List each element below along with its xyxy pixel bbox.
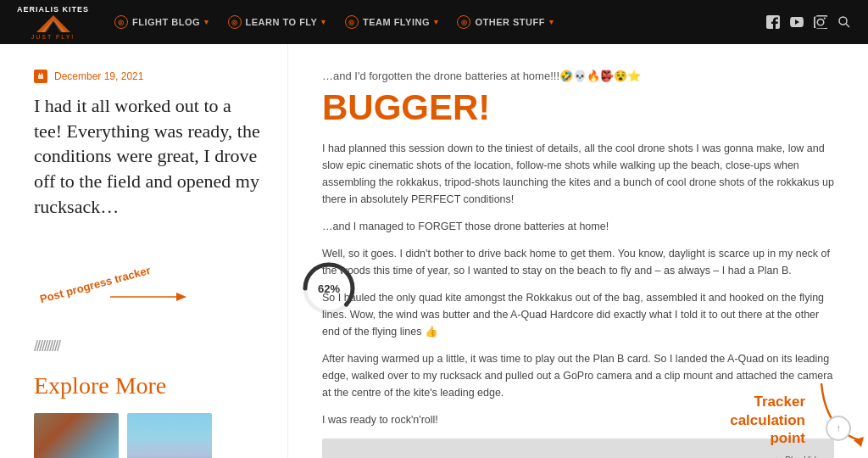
instagram-icon[interactable] xyxy=(814,15,827,29)
logo-top-text: AERIALIS KITES xyxy=(17,5,89,14)
svg-rect-7 xyxy=(42,73,42,75)
post-excerpt: I had it all worked out to a tee! Everyt… xyxy=(34,93,262,219)
calendar-icon xyxy=(34,70,47,83)
article-content: …and I'd forgotten the drone batteries a… xyxy=(288,44,868,458)
divider: ////////// xyxy=(34,338,262,355)
tracker-arrow xyxy=(110,288,186,305)
flight-blog-arrow: ▾ xyxy=(204,18,209,26)
explore-image-1[interactable] xyxy=(34,413,119,458)
nav-flight-blog[interactable]: ◎ FLIGHT BLOG ▾ xyxy=(106,10,218,34)
svg-line-3 xyxy=(846,24,849,27)
social-links xyxy=(766,15,851,29)
left-sidebar: December 19, 2021 I had it all worked ou… xyxy=(0,44,288,458)
nav-learn-to-fly[interactable]: ◎ LEARN TO FLY ▾ xyxy=(220,10,335,34)
navigation: AERIALIS KITES JUST FLY! ◎ FLIGHT BLOG ▾… xyxy=(0,0,868,44)
tracker-annotation-text: Trackercalculationpoint xyxy=(730,393,805,447)
team-flying-arrow: ▾ xyxy=(434,18,439,26)
progress-tracker-container: Post progress tracker 62% xyxy=(34,244,262,321)
team-flying-icon: ◎ xyxy=(345,15,359,29)
svg-point-2 xyxy=(839,17,847,25)
article-para-4: So I hauled the only quad kite amongst t… xyxy=(322,289,834,340)
learn-fly-icon: ◎ xyxy=(228,15,242,29)
other-stuff-arrow: ▾ xyxy=(549,18,554,26)
video-text: ▶ Play Video xyxy=(776,455,826,459)
logo-sub-text: JUST FLY! xyxy=(31,34,75,40)
site-logo[interactable]: AERIALIS KITES JUST FLY! xyxy=(17,5,89,40)
scroll-to-top-button[interactable]: ↑ xyxy=(826,416,851,441)
other-stuff-icon: ◎ xyxy=(457,15,470,29)
article-para-1: I had planned this session down to the t… xyxy=(322,140,834,208)
article-para-2: …and I managed to FORGET those drone bat… xyxy=(322,218,834,235)
svg-marker-0 xyxy=(36,15,70,32)
article-intro: …and I'd forgotten the drone batteries a… xyxy=(322,70,834,82)
explore-images xyxy=(34,413,262,458)
explore-more-title: Explore More xyxy=(34,372,262,399)
article-title: BUGGER! xyxy=(322,87,834,128)
youtube-icon[interactable] xyxy=(790,17,804,27)
nav-other-stuff[interactable]: ◎ OTHER STUFF ▾ xyxy=(448,10,562,34)
nav-menu: ◎ FLIGHT BLOG ▾ ◎ LEARN TO FLY ▾ ◎ TEAM … xyxy=(106,10,763,34)
search-icon[interactable] xyxy=(837,15,851,29)
page-wrapper: December 19, 2021 I had it all worked ou… xyxy=(0,44,868,458)
logo-icon xyxy=(36,14,70,34)
facebook-icon[interactable] xyxy=(766,15,780,29)
svg-rect-6 xyxy=(39,73,40,75)
svg-marker-9 xyxy=(176,293,186,301)
post-date: December 19, 2021 xyxy=(34,70,262,83)
flight-blog-icon: ◎ xyxy=(114,15,128,29)
explore-image-2[interactable] xyxy=(127,413,212,458)
scroll-icon: ↑ xyxy=(836,422,841,435)
date-text: December 19, 2021 xyxy=(54,70,143,82)
svg-rect-5 xyxy=(38,75,43,79)
nav-team-flying[interactable]: ◎ TEAM FLYING ▾ xyxy=(337,10,448,34)
learn-fly-arrow: ▾ xyxy=(321,18,326,26)
article-para-3: Well, so it goes. I didn't bother to dri… xyxy=(322,245,834,279)
